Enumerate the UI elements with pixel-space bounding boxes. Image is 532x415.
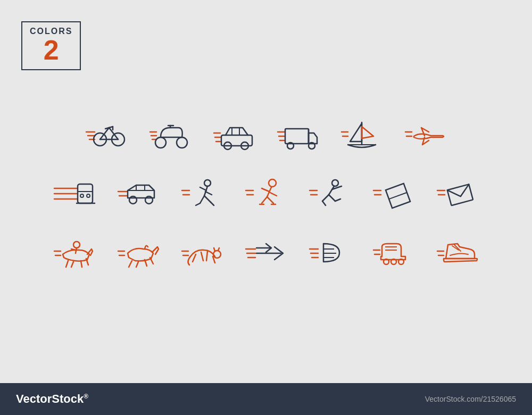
bicycle-icon-cell [77,112,136,160]
car-icon-cell [205,112,263,160]
icons-row-2 [45,170,487,218]
sailboat-icon-cell [332,112,391,160]
horse-rider-icon-cell [45,229,104,277]
main-area: COLORS 2 [0,0,532,383]
svg-line-65 [211,202,214,205]
svg-line-60 [200,187,206,190]
svg-line-73 [267,197,273,203]
svg-point-68 [269,179,276,187]
speed-arrows-icon [245,234,287,271]
svg-rect-44 [78,184,93,203]
svg-point-78 [332,180,338,186]
svg-line-94 [66,261,68,267]
bottom-bar: VectorStock® VectorStock.com/21526065 [0,383,532,415]
svg-line-103 [129,261,132,267]
skater-icon [245,176,287,213]
car-icon [213,117,255,154]
svg-point-46 [80,194,84,197]
envelope-icon-cell [428,170,487,218]
horse-running-icon [117,234,160,271]
scooter-icon [149,117,192,154]
svg-line-70 [262,188,269,192]
cheetah-icon [181,234,223,271]
sneaker-icon-cell [428,229,487,277]
scooter-icon-cell [141,112,200,160]
colors-number: 2 [44,36,59,64]
swoosh-icon-cell [301,229,359,277]
bicycle-icon [85,117,128,154]
svg-line-63 [196,203,200,205]
cyclist-icon [309,176,351,213]
cyclist-icon-cell [301,170,359,218]
svg-line-72 [262,197,267,203]
airplane-icon-cell [396,112,455,160]
train-icon-cell [45,170,104,218]
svg-line-79 [329,186,334,195]
svg-line-64 [204,196,211,202]
svg-line-62 [200,196,204,203]
svg-rect-91 [447,184,473,205]
runner-icon [181,176,223,213]
svg-point-47 [87,194,90,197]
runner-icon-cell [173,170,231,218]
svg-line-59 [204,186,207,196]
sneaker-icon [436,234,479,271]
svg-line-113 [201,252,203,261]
package-icon [372,176,415,213]
svg-line-83 [329,195,335,201]
airplane-icon [404,117,447,154]
rollerblade-icon [372,234,415,271]
car2-icon [117,176,160,213]
sailboat-icon [340,117,383,154]
svg-line-95 [71,262,73,267]
horse-running-icon-cell [109,229,168,277]
package-icon-cell [364,170,423,218]
horse-rider-icon [53,234,96,271]
svg-point-109 [213,251,221,258]
vectorstock-brand: VectorStock® [16,392,88,406]
svg-line-111 [218,248,219,251]
svg-line-84 [335,199,340,201]
svg-point-98 [73,242,80,248]
truck-icon-cell [269,112,327,160]
envelope-icon [436,176,479,213]
svg-line-112 [193,254,196,262]
svg-rect-31 [285,129,309,144]
svg-line-104 [136,262,138,267]
svg-point-15 [155,137,166,148]
skater-icon-cell [237,170,295,218]
svg-point-16 [177,137,187,148]
icons-row-3 [45,229,487,277]
svg-line-96 [81,261,82,267]
svg-line-61 [205,192,212,195]
svg-line-110 [214,248,215,251]
rollerblade-icon-cell [364,229,423,277]
icons-grid [45,112,487,277]
cheetah-icon-cell [173,229,231,277]
swoosh-icon [309,234,351,271]
svg-line-82 [322,201,326,205]
train-icon [53,176,96,213]
icons-row-1 [45,112,487,160]
svg-point-58 [204,180,211,186]
truck-icon [277,117,319,154]
svg-line-88 [389,193,407,199]
svg-line-81 [322,195,329,201]
colors-badge: COLORS 2 [21,21,81,70]
svg-line-71 [270,193,277,196]
vectorstock-url: VectorStock.com/21526065 [425,395,516,403]
svg-line-114 [206,251,207,261]
car2-icon-cell [109,170,168,218]
speed-arrows-icon-cell [237,229,295,277]
